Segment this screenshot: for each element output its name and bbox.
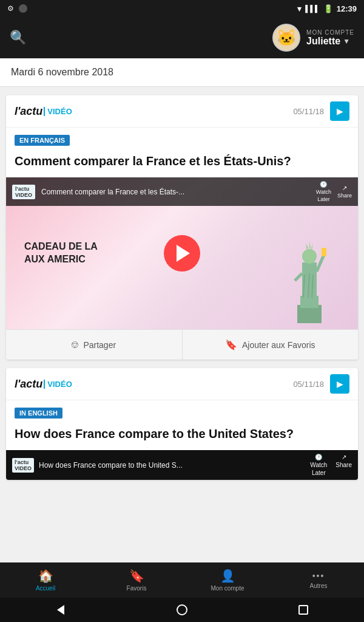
clock-icon: 🕐 xyxy=(320,181,327,188)
brand-logo-1: l'actu VIDÉO xyxy=(15,105,72,118)
nav-autres[interactable]: ••• Autres xyxy=(273,562,364,598)
share-icon-2: ↗ xyxy=(342,454,346,460)
avatar-image: 🐱 xyxy=(277,29,296,47)
nav-accueil[interactable]: 🏠 Accueil xyxy=(0,562,91,598)
card-date-1: 05/11/18 xyxy=(293,107,324,116)
video-preview-brand-2: l'actuVIDEO xyxy=(12,458,34,473)
svg-point-3 xyxy=(302,249,317,264)
lang-badge-2: IN ENGLISH xyxy=(15,408,62,419)
account-name: Juliette ▼ xyxy=(306,36,354,47)
card-meta-1: 05/11/18 ▶ xyxy=(293,101,349,121)
bookmark-nav-icon: 🔖 xyxy=(129,569,144,583)
share-button-video[interactable]: ↗ Share xyxy=(337,185,352,199)
play-button-small-1[interactable]: ▶ xyxy=(330,101,349,121)
svg-marker-5 xyxy=(309,241,311,249)
search-icon: 🔍 xyxy=(10,30,26,45)
avatar: 🐱 xyxy=(272,24,300,52)
mon-compte-label: MON COMPTE xyxy=(306,29,354,36)
account-section[interactable]: 🐱 MON COMPTE Juliette ▼ xyxy=(272,24,354,52)
card-actions-1: ⎊ Partager 🔖 Ajouter aux Favoris xyxy=(6,329,358,360)
brand-video-2: VIDÉO xyxy=(44,380,72,389)
card-header-1: l'actu VIDÉO 05/11/18 ▶ xyxy=(6,95,358,128)
nav-mon-compte[interactable]: 👤 Mon compte xyxy=(182,562,273,598)
battery-icon: 🔋 xyxy=(323,4,333,13)
partager-button[interactable]: ⎊ Partager xyxy=(6,330,183,360)
video-title-text: Comment comparer la France et les États-… xyxy=(41,188,310,196)
chevron-down-icon: ▼ xyxy=(343,37,350,46)
date-text: Mardi 6 novembre 2018 xyxy=(11,67,113,77)
date-bar: Mardi 6 novembre 2018 xyxy=(0,58,364,87)
signal-icon: ▌▌▌ xyxy=(305,5,319,12)
nav-accueil-label: Accueil xyxy=(36,585,55,592)
share-arrow-icon: ↗ xyxy=(342,185,347,191)
nav-mon-compte-label: Mon compte xyxy=(211,585,244,592)
video-player-1[interactable]: l'actuVIDEO Comment comparer la France e… xyxy=(6,177,358,329)
statue-image xyxy=(285,202,346,329)
circle-icon xyxy=(19,4,27,13)
brand-lactu-1: l'actu xyxy=(15,105,42,118)
user-icon: 👤 xyxy=(220,569,235,583)
play-button-big-1[interactable] xyxy=(164,235,200,272)
account-info: MON COMPTE Juliette ▼ xyxy=(306,29,354,47)
recents-button[interactable] xyxy=(288,601,318,619)
watch-later-button[interactable]: 🕐 Watch Later xyxy=(316,181,331,202)
article-card-2: l'actu VIDÉO 05/11/18 ▶ IN ENGLISH How d… xyxy=(6,368,358,480)
nav-favoris-label: Favoris xyxy=(127,585,147,592)
nav-favoris[interactable]: 🔖 Favoris xyxy=(91,562,182,598)
nav-autres-label: Autres xyxy=(310,583,328,589)
article-title-1: Comment comparer la France et les États-… xyxy=(6,149,358,177)
svg-line-9 xyxy=(295,273,302,281)
lang-badge-1: EN FRANÇAIS xyxy=(15,135,70,146)
top-nav: 🔍 🐱 MON COMPTE Juliette ▼ xyxy=(0,17,364,58)
status-right-icons: ▾ ▌▌▌ 🔋 12:39 xyxy=(297,4,357,13)
svg-marker-4 xyxy=(306,243,308,250)
svg-marker-6 xyxy=(311,243,313,250)
android-nav-bar xyxy=(0,598,364,622)
home-button[interactable] xyxy=(167,601,197,619)
article-card-1: l'actu VIDÉO 05/11/18 ▶ EN FRANÇAIS Comm… xyxy=(6,95,358,360)
video-preview-row-2: l'actuVIDEO How does France compare to t… xyxy=(6,450,358,480)
status-left-icons: ⚙ xyxy=(7,4,27,13)
play-triangle-icon xyxy=(177,245,190,262)
wifi-icon: ▾ xyxy=(297,4,302,13)
card-date-2: 05/11/18 xyxy=(293,380,324,389)
video-preview-title-2: How does France compare to the United S.… xyxy=(39,461,305,470)
favoris-label: Ajouter aux Favoris xyxy=(242,340,315,350)
video-preview-actions-2: 🕐 Watch Later ↗ Share xyxy=(310,454,352,476)
play-button-small-2[interactable]: ▶ xyxy=(330,374,349,394)
card-meta-2: 05/11/18 ▶ xyxy=(293,374,349,394)
watch-later-button-2[interactable]: 🕐 Watch Later xyxy=(310,454,327,476)
recents-square-icon xyxy=(298,605,308,615)
card-header-2: l'actu VIDÉO 05/11/18 ▶ xyxy=(6,368,358,400)
time-display: 12:39 xyxy=(337,4,357,13)
status-bar: ⚙ ▾ ▌▌▌ 🔋 12:39 xyxy=(0,0,364,17)
clock-icon-2: 🕐 xyxy=(315,454,322,460)
video-overlay-text: CADEAU DE LA AUX AMERIC xyxy=(24,241,98,266)
dots-icon: ••• xyxy=(312,571,325,581)
home-circle-icon xyxy=(177,604,187,615)
article-title-2: How does France compare to the United St… xyxy=(6,422,358,450)
back-triangle-icon xyxy=(57,605,64,615)
brand-video-1: VIDÉO xyxy=(44,107,72,116)
svg-rect-8 xyxy=(322,248,326,256)
favoris-button[interactable]: 🔖 Ajouter aux Favoris xyxy=(183,330,359,360)
bookmark-icon: 🔖 xyxy=(225,339,237,350)
search-button[interactable]: 🔍 xyxy=(10,30,26,46)
bottom-nav: 🏠 Accueil 🔖 Favoris 👤 Mon compte ••• Aut… xyxy=(0,562,364,598)
video-brand-small: l'actuVIDEO xyxy=(12,185,35,199)
brand-logo-2: l'actu VIDÉO xyxy=(15,378,72,391)
video-top-bar-1: l'actuVIDEO Comment comparer la France e… xyxy=(6,177,358,206)
brand-lactu-2: l'actu xyxy=(15,378,42,391)
share-button-video-2[interactable]: ↗ Share xyxy=(335,454,352,476)
gear-icon: ⚙ xyxy=(7,4,14,13)
partager-label: Partager xyxy=(83,340,116,350)
home-icon: 🏠 xyxy=(38,569,53,583)
share-icon: ⎊ xyxy=(72,338,78,351)
back-button[interactable] xyxy=(46,601,76,619)
